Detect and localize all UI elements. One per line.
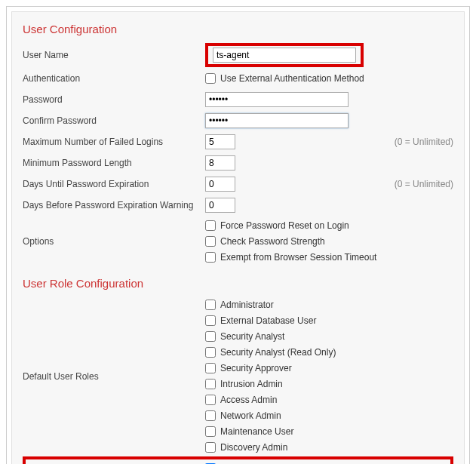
role-maintenance-user-checkbox[interactable] — [205, 426, 216, 437]
role-security-analyst-ro-label: Security Analyst (Read Only) — [220, 347, 336, 358]
highlight-custom-roles: Custom User Roles TS Agent — [23, 456, 453, 464]
role-security-analyst-ro-checkbox[interactable] — [205, 347, 216, 358]
role-access-admin-checkbox[interactable] — [205, 395, 216, 405]
default-roles-stack: Administrator External Database User Sec… — [205, 297, 336, 455]
opt-check-strength-checkbox[interactable] — [205, 236, 216, 247]
config-panel: User Configuration User Name Authenticat… — [11, 11, 465, 464]
authentication-label: Authentication — [23, 73, 205, 84]
role-security-approver-checkbox[interactable] — [205, 363, 216, 373]
role-external-db-checkbox[interactable] — [205, 315, 216, 326]
opt-force-reset-label: Force Password Reset on Login — [220, 220, 349, 231]
role-intrusion-admin-checkbox[interactable] — [205, 379, 216, 389]
role-network-admin-checkbox[interactable] — [205, 410, 216, 421]
row-authentication: Authentication Use External Authenticati… — [23, 69, 453, 88]
role-config-title: User Role Configuration — [23, 277, 453, 290]
opt-exempt-timeout-checkbox[interactable] — [205, 252, 216, 263]
days-expire-label: Days Until Password Expiration — [23, 179, 205, 189]
role-security-approver-label: Security Approver — [220, 363, 292, 373]
days-expire-input[interactable] — [205, 177, 235, 192]
password-label: Password — [23, 94, 205, 105]
default-roles-label: Default User Roles — [23, 371, 205, 382]
external-auth-checkbox[interactable] — [205, 73, 216, 84]
role-intrusion-admin-label: Intrusion Admin — [220, 379, 283, 389]
row-days-warning: Days Before Password Expiration Warning — [23, 195, 453, 215]
confirm-password-input[interactable] — [205, 113, 349, 128]
dialog-frame: User Configuration User Name Authenticat… — [6, 6, 470, 464]
options-stack: Force Password Reset on Login Check Pass… — [205, 218, 376, 265]
role-access-admin-label: Access Admin — [220, 395, 277, 405]
role-external-db-label: External Database User — [220, 315, 316, 326]
row-days-expire: Days Until Password Expiration (0 = Unli… — [23, 174, 453, 194]
opt-check-strength-label: Check Password Strength — [220, 236, 325, 247]
row-confirm-password: Confirm Password — [23, 111, 453, 131]
password-input[interactable] — [205, 92, 349, 107]
row-max-failed: Maximum Number of Failed Logins (0 = Unl… — [23, 132, 453, 152]
max-failed-hint: (0 = Unlimited) — [370, 137, 453, 147]
row-default-roles: Default User Roles Administrator Externa… — [23, 297, 453, 455]
highlight-user-name — [205, 43, 364, 67]
user-config-title: User Configuration — [23, 23, 453, 35]
options-label: Options — [23, 236, 205, 247]
days-warning-label: Days Before Password Expiration Warning — [23, 200, 205, 210]
role-maintenance-user-label: Maintenance User — [220, 426, 293, 437]
role-security-analyst-label: Security Analyst — [220, 331, 284, 342]
row-options: Options Force Password Reset on Login Ch… — [23, 218, 453, 265]
row-min-length: Minimum Password Length — [23, 153, 453, 173]
min-length-input[interactable] — [205, 155, 235, 171]
days-expire-hint: (0 = Unlimited) — [370, 179, 453, 189]
role-discovery-admin-checkbox[interactable] — [205, 442, 216, 453]
role-administrator-checkbox[interactable] — [205, 300, 216, 310]
opt-exempt-timeout-label: Exempt from Browser Session Timeout — [220, 252, 376, 263]
min-length-label: Minimum Password Length — [23, 158, 205, 168]
external-auth-text: Use External Authentication Method — [220, 73, 364, 84]
max-failed-input[interactable] — [205, 134, 235, 149]
role-administrator-label: Administrator — [220, 300, 274, 310]
role-discovery-admin-label: Discovery Admin — [220, 442, 287, 453]
days-warning-input[interactable] — [205, 198, 235, 213]
opt-force-reset-checkbox[interactable] — [205, 220, 216, 231]
row-password: Password — [23, 90, 453, 109]
user-name-input[interactable] — [213, 48, 356, 63]
role-network-admin-label: Network Admin — [220, 410, 281, 421]
user-name-label: User Name — [23, 50, 205, 60]
confirm-password-label: Confirm Password — [23, 115, 205, 126]
role-security-analyst-checkbox[interactable] — [205, 331, 216, 342]
max-failed-label: Maximum Number of Failed Logins — [23, 137, 205, 147]
row-user-name: User Name — [23, 43, 453, 67]
